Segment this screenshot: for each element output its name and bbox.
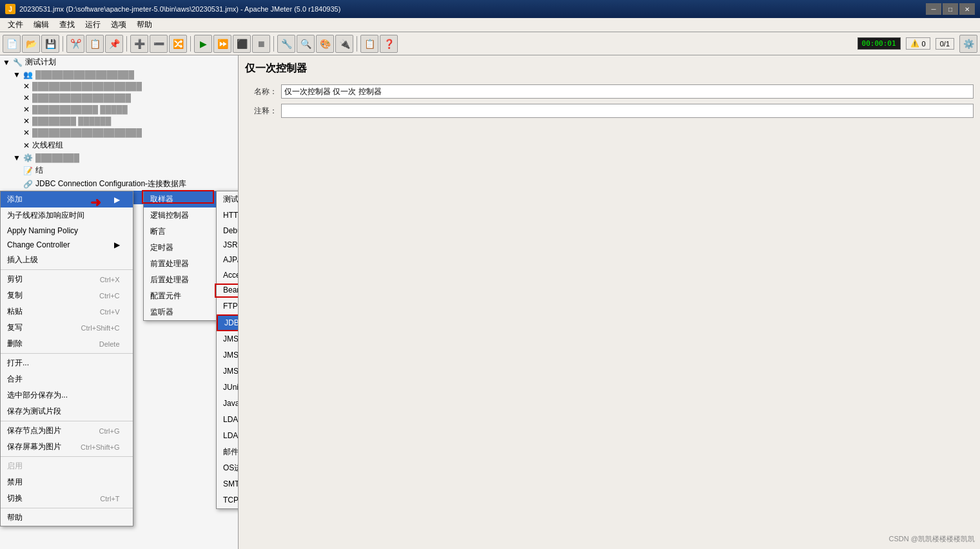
ctx-change-controller[interactable]: Change Controller ▶	[1, 238, 133, 252]
ctx-save-fragment-label: 保存为测试片段	[7, 406, 61, 417]
ctx-cut[interactable]: 剪切 Ctrl+X	[1, 271, 133, 287]
menu-item-4[interactable]: 选项	[106, 18, 132, 32]
sampler-jms-point[interactable]: JMS点到点	[217, 331, 239, 347]
sampler-jsr223[interactable]: JSR223 Sampler	[217, 238, 239, 252]
sampler-jms-sub[interactable]: JMS订阅	[217, 363, 239, 380]
ctx-cut-shortcut: Ctrl+X	[100, 276, 120, 284]
menu-item-3[interactable]: 运行	[80, 18, 106, 32]
minimize-button[interactable]: ─	[926, 3, 941, 15]
ctx-open[interactable]: 打开...	[1, 355, 133, 371]
ctx-apply-naming-label: Apply Naming Policy	[7, 226, 78, 235]
sampler-junit-label: JUnit请求	[223, 383, 239, 392]
stop-button[interactable]: ⬛	[233, 35, 251, 53]
ctx-insert-parent[interactable]: 插入上级	[1, 252, 133, 268]
browse-button[interactable]: 🔍	[297, 35, 315, 53]
sampler-os-label: OS进程取样器	[223, 463, 239, 472]
sampler-beanshell-label: BeanShell 取样器	[223, 285, 239, 294]
ctx-paste[interactable]: 粘贴 Ctrl+V	[1, 303, 133, 320]
ctx-copy[interactable]: 复制 Ctrl+C	[1, 287, 133, 303]
sampler-jms-pub[interactable]: JMS发布	[217, 347, 239, 363]
ctx-help[interactable]: 帮助	[1, 510, 133, 526]
sampler-os[interactable]: OS进程取样器	[217, 460, 239, 476]
menu-item-0[interactable]: 文件	[3, 18, 28, 32]
close-button[interactable]: ✕	[959, 3, 975, 15]
status-warn: ⚠️ 0	[906, 37, 930, 50]
ctx-apply-naming[interactable]: Apply Naming Policy	[1, 224, 133, 238]
ctx-disable[interactable]: 禁用	[1, 474, 133, 490]
sampler-debug[interactable]: Debug Sampler	[217, 224, 239, 238]
sampler-mail-label: 邮件阅读者取样器	[223, 447, 239, 456]
ctx-add-response-time[interactable]: 为子线程添加响应时间	[1, 207, 133, 224]
save-button[interactable]: 💾	[41, 35, 59, 53]
sampler-ldap-ext[interactable]: LDAP扩展请求默认值	[217, 412, 239, 428]
sampler-mail[interactable]: 邮件阅读者取样器	[217, 444, 239, 460]
watermark: CSDN @凯凯楼楼楼楼凯凯	[889, 534, 975, 544]
ctx-save-fragment[interactable]: 保存为测试片段	[1, 403, 133, 419]
sampler-http[interactable]: HTTP请求	[217, 207, 239, 224]
form-comment-input[interactable]	[281, 104, 974, 118]
sampler-java[interactable]: Java请求	[217, 396, 239, 412]
cut-button[interactable]: ✂️	[66, 35, 84, 53]
sampler-beanshell[interactable]: BeanShell 取样器	[217, 282, 239, 298]
menu-item-1[interactable]: 编辑	[28, 18, 54, 32]
ctx-change-controller-label: Change Controller	[7, 240, 70, 249]
sampler-ldap[interactable]: LDAP请求	[217, 428, 239, 444]
template-button[interactable]: 🎨	[316, 35, 334, 53]
ctx-duplicate[interactable]: 复写 Ctrl+Shift+C	[1, 320, 133, 336]
toolbar-status: 00:00:01 ⚠️ 0 0/1 ⚙️	[858, 35, 977, 53]
add-submenu-sampler-label: 取样器	[150, 194, 173, 205]
remote-button[interactable]: 🔧	[277, 35, 295, 53]
ctx-duplicate-shortcut: Ctrl+Shift+C	[81, 324, 120, 332]
ctx-change-controller-arrow: ▶	[114, 240, 120, 249]
ctx-save-selection[interactable]: 选中部分保存为...	[1, 387, 133, 403]
sampler-access-log[interactable]: Access Log Sampler	[217, 268, 239, 282]
add-submenu-timer-label: 定时器	[150, 242, 173, 253]
sampler-ftp[interactable]: FTP请求	[217, 298, 239, 314]
sampler-ajp[interactable]: AJP/1.3 取样器	[217, 252, 239, 268]
form-name-label: 名称：	[245, 86, 277, 97]
context-menu: 添加 ▶ 为子线程添加响应时间 Apply Naming Policy Chan…	[0, 191, 133, 526]
ctx-save-screen-img-label: 保存屏幕为图片	[7, 441, 61, 452]
ctx-add[interactable]: 添加 ▶	[1, 191, 133, 207]
sampler-tcp[interactable]: TCP取样器	[217, 492, 239, 508]
copy-button[interactable]: 📋	[86, 35, 104, 53]
menu-item-2[interactable]: 查找	[54, 18, 80, 32]
plugin-button[interactable]: 🔌	[335, 35, 353, 53]
ctx-toggle[interactable]: 切换 Ctrl+T	[1, 490, 133, 506]
maximize-button[interactable]: □	[943, 3, 958, 15]
ctx-merge-label: 合并	[7, 374, 23, 385]
new-button[interactable]: 📄	[3, 35, 21, 53]
sampler-junit[interactable]: JUnit请求	[217, 380, 239, 396]
ctx-save-screen-img-shortcut: Ctrl+Shift+G	[81, 443, 120, 451]
sampler-http-label: HTTP请求	[223, 211, 239, 220]
expand-button[interactable]: ➕	[130, 35, 148, 53]
ctx-sep-1	[1, 269, 133, 270]
stop-all-button[interactable]: ⏹	[252, 35, 270, 53]
ctx-sep-5	[1, 508, 133, 508]
sampler-submenu: 测试活动 HTTP请求 Debug Sampler JSR223 Sampler…	[216, 191, 239, 509]
settings-button[interactable]: ⚙️	[959, 35, 977, 53]
sampler-test-activity[interactable]: 测试活动	[217, 191, 239, 207]
collapse-button[interactable]: ➖	[150, 35, 168, 53]
help-button[interactable]: ❓	[380, 35, 398, 53]
context-menu-overlay: 添加 ▶ 为子线程添加响应时间 Apply Naming Policy Chan…	[0, 55, 238, 549]
add-submenu-listener-label: 监听器	[150, 307, 173, 318]
sampler-access-log-label: Access Log Sampler	[223, 271, 239, 280]
ctx-delete-shortcut: Delete	[99, 340, 120, 348]
ctx-save-screen-img[interactable]: 保存屏幕为图片 Ctrl+Shift+G	[1, 439, 133, 455]
ctx-toggle-label: 切换	[7, 493, 23, 504]
menu-item-5[interactable]: 帮助	[132, 18, 157, 32]
paste-button[interactable]: 📌	[105, 35, 123, 53]
ctx-merge[interactable]: 合并	[1, 371, 133, 387]
ctx-delete[interactable]: 删除 Delete	[1, 336, 133, 352]
sampler-jdbc-label: JDBC Request	[224, 318, 239, 327]
sampler-jdbc[interactable]: JDBC Request	[217, 314, 239, 331]
sampler-smtp[interactable]: SMTP取样器	[217, 476, 239, 492]
run-all-button[interactable]: ⏩	[213, 35, 231, 53]
form-name-input[interactable]	[281, 84, 974, 99]
ctx-save-node-img[interactable]: 保存节点为图片 Ctrl+G	[1, 423, 133, 439]
run-button[interactable]: ▶	[194, 35, 212, 53]
toggle-button[interactable]: 🔀	[169, 35, 187, 53]
list-button[interactable]: 📋	[360, 35, 378, 53]
open-button[interactable]: 📂	[22, 35, 40, 53]
